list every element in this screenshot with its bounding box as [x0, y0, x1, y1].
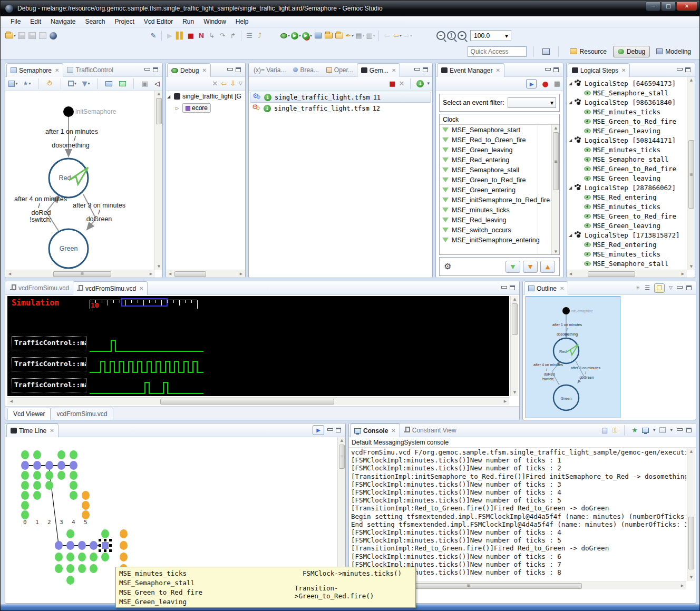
- export-diagram-button[interactable]: [117, 78, 128, 90]
- play-events-icon[interactable]: ▶: [530, 81, 534, 87]
- tab-trafficcontrol[interactable]: TrafficControl: [63, 63, 116, 76]
- logical-step-event[interactable]: MSE_Green_leaving: [567, 221, 695, 230]
- skip-breakpoints-button[interactable]: ✎: [148, 30, 159, 42]
- timeline-green-dot[interactable]: [21, 481, 29, 490]
- engine-row[interactable]: ⚙⚙↓single_traffic_light.tfsm12: [250, 103, 431, 114]
- timeline-green-dot[interactable]: [45, 471, 53, 480]
- timeline-green-dot[interactable]: [66, 564, 74, 573]
- timeline-green-dot[interactable]: [57, 450, 65, 459]
- timeline-green-dot[interactable]: [90, 564, 98, 573]
- menu-edit[interactable]: Edit: [25, 17, 46, 26]
- logical-step-event[interactable]: MSE_minutes_ticks: [567, 145, 695, 154]
- import-folder-button[interactable]: [334, 30, 344, 42]
- view-menu-icon[interactable]: ▽: [669, 285, 673, 290]
- new-model-button[interactable]: [313, 30, 323, 42]
- timeline-blue-dot[interactable]: [66, 541, 74, 550]
- clock-row[interactable]: MSE_initSemaphore_to_Red_fire: [440, 195, 559, 205]
- debug-hscrollbar[interactable]: ◀▶: [166, 270, 245, 278]
- pin-console-icon[interactable]: ★: [631, 427, 638, 433]
- timeline-green-dot[interactable]: [21, 471, 29, 480]
- expander-icon[interactable]: ◢: [569, 233, 573, 238]
- console-vscrollbar[interactable]: ▲▼: [687, 448, 695, 581]
- logical-step-event[interactable]: MSE_Red_entering: [567, 192, 695, 202]
- timeline-green-dot[interactable]: [55, 564, 63, 573]
- scroll-lock-icon[interactable]: ⚿: [612, 427, 617, 433]
- update-button[interactable]: [48, 30, 59, 42]
- display-console-dropdown[interactable]: ▾: [653, 428, 656, 432]
- new-dropdown[interactable]: ▾: [14, 33, 16, 38]
- menu-navigate[interactable]: Navigate: [46, 17, 80, 26]
- step-back-icon[interactable]: ⇦: [221, 80, 227, 87]
- timeline-green-dot[interactable]: [21, 510, 29, 519]
- save-all-button[interactable]: [27, 30, 37, 42]
- record-icon[interactable]: ●: [542, 80, 548, 87]
- maximize-view-icon[interactable]: [423, 67, 428, 72]
- timeline-green-dot[interactable]: [33, 491, 41, 500]
- maximize-view-icon[interactable]: [236, 67, 241, 72]
- link-editor-icon[interactable]: ☀: [635, 285, 640, 291]
- timeline-green-dot[interactable]: [66, 553, 74, 561]
- run-history-button[interactable]: ▶▾: [290, 30, 302, 42]
- tab-logical-steps[interactable]: Logical Steps✕: [568, 63, 630, 77]
- resume-button[interactable]: ▶: [164, 30, 175, 42]
- timeline-green-dot[interactable]: [66, 529, 74, 538]
- tree-view-icon[interactable]: ☰: [645, 285, 650, 291]
- logical-step-event[interactable]: MSE_minutes_ticks: [567, 107, 695, 116]
- save-button[interactable]: [16, 30, 27, 42]
- timeline-green-dot[interactable]: [70, 471, 77, 480]
- show-instructions-button[interactable]: ☰: [244, 30, 255, 42]
- back-disabled-button[interactable]: ⇦: [382, 30, 392, 42]
- debug-tree-child[interactable]: ▷ ecore: [176, 103, 244, 113]
- paste-button[interactable]: ▣: [140, 78, 150, 90]
- clock-row[interactable]: MSE_Green_to_Red_fire: [440, 175, 559, 185]
- logical-step-event[interactable]: MSE_Green_to_Red_fire: [567, 116, 695, 126]
- maximize-button[interactable]: □: [661, 2, 676, 11]
- semaphore-vscrollbar[interactable]: ▲▼: [154, 91, 162, 270]
- maximize-view-icon[interactable]: [686, 285, 692, 290]
- semaphore-canvas[interactable]: initSemaphore after 1 on minutes / dosom…: [6, 91, 155, 270]
- minimize-view-icon[interactable]: [144, 68, 150, 72]
- timeline-blue-dot[interactable]: [33, 461, 41, 470]
- maximize-view-icon[interactable]: [336, 428, 341, 432]
- clock-row[interactable]: MSE_Green_leaving: [440, 145, 559, 155]
- timeline-green-dot[interactable]: [33, 481, 41, 490]
- timeline-green-dot[interactable]: [21, 450, 29, 459]
- collapse-toolbar-icon[interactable]: ◁: [154, 80, 160, 87]
- forbid-clock-button[interactable]: ▼: [523, 261, 538, 273]
- timeline-green-dot[interactable]: [70, 481, 77, 490]
- logical-step-event[interactable]: MSE_Green_to_Red_fire: [567, 164, 695, 173]
- expander-icon[interactable]: ◢: [167, 94, 172, 99]
- suspend-button[interactable]: ▌▌: [175, 30, 186, 42]
- tab-event-manager-close-icon[interactable]: ✕: [495, 67, 500, 73]
- logical-step-event[interactable]: MSE_Green_leaving: [567, 173, 695, 183]
- zoom-level-combo[interactable]: 100.0 ▾: [470, 30, 511, 41]
- timeline-green-dot[interactable]: [78, 553, 86, 561]
- minimize-button[interactable]: ─: [646, 2, 660, 11]
- engine-row[interactable]: ⚙⚙↓single_traffic_light.tfsm11: [250, 92, 431, 103]
- tab-vcd-close-icon[interactable]: ✕: [139, 285, 143, 291]
- menu-window[interactable]: Window: [199, 17, 231, 26]
- terminate-button[interactable]: ■: [186, 30, 196, 42]
- vcd-canvas[interactable]: Simulation 10 TrafficControl::mai...Traf…: [7, 296, 509, 396]
- timeline-blue-dot[interactable]: [55, 541, 63, 550]
- expander-icon[interactable]: ◢: [569, 138, 573, 143]
- menu-search[interactable]: Search: [80, 17, 110, 26]
- timeline-green-dot[interactable]: [33, 471, 41, 480]
- clock-vscrollbar[interactable]: ▲▼☰: [551, 125, 559, 255]
- minimize-view-icon[interactable]: [677, 68, 682, 72]
- vcd-vscrollbar[interactable]: ▲▼: [510, 296, 518, 396]
- zoom-combo-arrow[interactable]: ▾: [505, 32, 511, 40]
- timeline-green-dot[interactable]: [70, 491, 77, 500]
- back-button[interactable]: ⇦▾: [392, 30, 403, 42]
- expander-icon[interactable]: ◢: [569, 185, 573, 190]
- logical-step-event[interactable]: MSE_Red_entering: [567, 240, 695, 249]
- step-into-button[interactable]: ↳: [207, 30, 217, 42]
- open-folder-button[interactable]: [323, 30, 334, 42]
- clock-row[interactable]: MSE_switch_occurs: [440, 225, 559, 235]
- timeline-green-dot[interactable]: [45, 481, 53, 490]
- logical-step-event[interactable]: MSE_minutes_ticks: [567, 249, 695, 259]
- clock-row[interactable]: MSE_Semaphore_stall: [440, 165, 559, 175]
- tab-vcdfromsimu-bottom[interactable]: vcdFromSimu.vcd: [51, 408, 113, 420]
- tab-console-close-icon[interactable]: ✕: [391, 428, 395, 433]
- new-wizard-button[interactable]: ▾: [5, 30, 16, 42]
